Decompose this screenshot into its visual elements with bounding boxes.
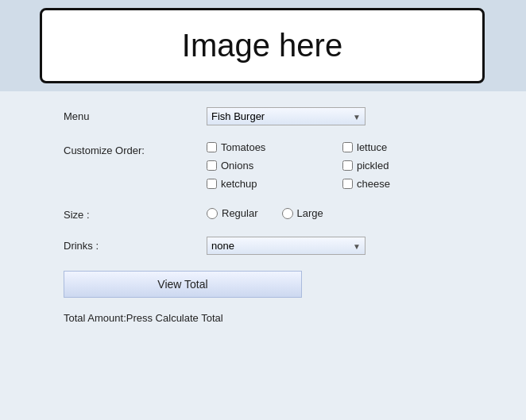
topping-cheese-label: cheese — [357, 178, 390, 190]
topping-tomatoes[interactable]: Tomatoes — [207, 141, 327, 153]
size-control: Regular Large — [207, 206, 462, 219]
checkbox-lettuce[interactable] — [342, 142, 353, 152]
checkbox-onions[interactable] — [207, 160, 217, 171]
drinks-select[interactable]: none Coke Sprite Water Juice — [207, 237, 365, 255]
menu-label: Menu — [64, 107, 207, 122]
topping-lettuce-label: lettuce — [357, 141, 387, 153]
size-regular[interactable]: Regular — [207, 207, 258, 219]
checkbox-pickled[interactable] — [342, 160, 353, 171]
size-regular-label: Regular — [222, 207, 258, 219]
topping-ketchup-label: ketchup — [221, 178, 257, 190]
view-total-button[interactable]: View Total — [64, 271, 302, 298]
toppings-grid: Tomatoes lettuce Onions pickled ketchup — [207, 141, 462, 190]
image-placeholder-text: Image here — [182, 28, 342, 64]
checkbox-ketchup[interactable] — [207, 179, 217, 189]
topping-onions[interactable]: Onions — [207, 160, 327, 171]
size-label: Size : — [64, 206, 207, 221]
drinks-row: Drinks : none Coke Sprite Water Juice — [64, 237, 462, 255]
topping-lettuce[interactable]: lettuce — [342, 141, 462, 153]
topping-onions-label: Onions — [221, 160, 253, 171]
menu-select[interactable]: Fish Burger Beef Burger Chicken Burger V… — [207, 107, 365, 125]
size-large[interactable]: Large — [282, 207, 323, 219]
checkbox-cheese[interactable] — [342, 179, 353, 189]
drinks-select-wrapper: none Coke Sprite Water Juice — [207, 237, 365, 255]
topping-pickled[interactable]: pickled — [342, 160, 462, 171]
form-area: Menu Fish Burger Beef Burger Chicken Bur… — [0, 91, 526, 420]
image-placeholder: Image here — [40, 8, 485, 83]
topping-ketchup[interactable]: ketchup — [207, 178, 327, 190]
customize-order-row: Customize Order: Tomatoes lettuce Onions — [64, 141, 462, 190]
total-amount-row: Total Amount:Press Calculate Total — [64, 312, 462, 324]
size-large-label: Large — [297, 207, 323, 219]
menu-control: Fish Burger Beef Burger Chicken Burger V… — [207, 107, 462, 125]
menu-select-wrapper: Fish Burger Beef Burger Chicken Burger V… — [207, 107, 365, 125]
total-label: Total Amount: — [64, 312, 126, 324]
size-row: Size : Regular Large — [64, 206, 462, 221]
topping-cheese[interactable]: cheese — [342, 178, 462, 190]
topping-pickled-label: pickled — [357, 160, 389, 171]
topping-tomatoes-label: Tomatoes — [221, 141, 265, 153]
drinks-control: none Coke Sprite Water Juice — [207, 237, 462, 255]
menu-row: Menu Fish Burger Beef Burger Chicken Bur… — [64, 107, 462, 125]
total-value: Press Calculate Total — [126, 312, 223, 324]
customize-control: Tomatoes lettuce Onions pickled ketchup — [207, 141, 462, 190]
radio-regular[interactable] — [207, 208, 218, 219]
customize-label: Customize Order: — [64, 141, 207, 156]
radio-large[interactable] — [282, 208, 293, 219]
checkbox-tomatoes[interactable] — [207, 142, 217, 152]
drinks-label: Drinks : — [64, 237, 207, 252]
